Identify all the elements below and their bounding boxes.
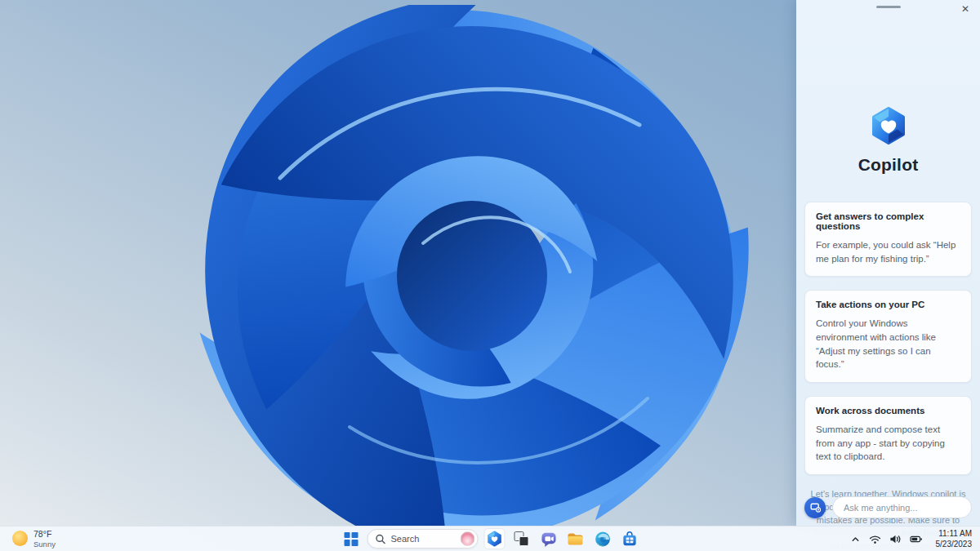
close-icon[interactable]: ✕	[957, 2, 973, 16]
windows-logo-icon	[344, 532, 358, 546]
edge-icon	[594, 531, 611, 548]
wifi-icon	[869, 534, 881, 544]
chevron-up-icon	[850, 534, 861, 544]
panel-drag-handle[interactable]	[876, 6, 901, 8]
taskbar-edge-button[interactable]	[592, 528, 613, 549]
weather-temperature: 78°F	[33, 529, 56, 540]
taskbar-copilot-button[interactable]	[484, 528, 506, 549]
bloom-wallpaper-graphic	[121, 5, 807, 526]
speaker-icon	[889, 534, 902, 544]
copilot-panel: ✕ Copilot Get answers to complex questio…	[796, 0, 980, 526]
file-explorer-icon	[567, 530, 585, 548]
search-label: Search	[391, 534, 461, 544]
card-title: Work across documents	[816, 406, 960, 415]
bing-daily-image-icon	[461, 531, 475, 546]
start-button[interactable]	[341, 528, 362, 549]
card-take-actions[interactable]: Take actions on your PC Control your Win…	[804, 290, 972, 383]
panel-title: Copilot	[796, 155, 980, 175]
clock-time: 11:11 AM	[936, 528, 973, 539]
card-body: Control your Windows environment with ac…	[816, 317, 960, 371]
card-body: Summarize and compose text from any app …	[816, 423, 960, 464]
search-box[interactable]: Search	[368, 529, 479, 549]
card-body: For example, you could ask “Help me plan…	[816, 238, 960, 265]
screen-context-button[interactable]	[804, 497, 826, 518]
weather-widget[interactable]: 78°F Sunny	[7, 527, 60, 550]
copilot-logo-icon	[869, 106, 908, 145]
weather-condition: Sunny	[33, 540, 56, 549]
taskbar-store-button[interactable]	[619, 528, 640, 549]
ask-me-anything-input[interactable]	[832, 496, 972, 518]
search-icon	[376, 534, 386, 544]
volume-indicator[interactable]	[887, 531, 904, 547]
microsoft-store-icon	[621, 531, 638, 548]
copilot-icon	[487, 531, 503, 547]
chat-icon	[540, 531, 557, 548]
card-title: Take actions on your PC	[816, 300, 960, 309]
taskbar: 78°F Sunny Search	[0, 526, 980, 551]
clock-date-value: 5/23/2023	[936, 539, 973, 549]
wifi-indicator[interactable]	[866, 531, 884, 547]
system-tray: 11:11 AM 5/23/2023	[848, 527, 976, 550]
screen-context-icon	[810, 502, 821, 513]
card-complex-questions[interactable]: Get answers to complex questions For exa…	[804, 202, 972, 277]
card-work-across-documents[interactable]: Work across documents Summarize and comp…	[804, 396, 972, 475]
card-title: Get answers to complex questions	[816, 211, 960, 231]
chat-input-row	[804, 496, 972, 518]
suggestion-cards: Get answers to complex questions For exa…	[796, 202, 980, 475]
sunny-weather-icon	[12, 531, 28, 546]
taskbar-task-view-button[interactable]	[511, 528, 532, 549]
task-view-icon	[514, 531, 529, 546]
taskbar-chat-button[interactable]	[538, 528, 559, 549]
tray-overflow-button[interactable]	[848, 531, 863, 547]
battery-icon	[910, 534, 923, 544]
taskbar-file-explorer-button[interactable]	[565, 528, 586, 549]
clock-date[interactable]: 11:11 AM 5/23/2023	[933, 527, 976, 550]
battery-indicator[interactable]	[907, 531, 925, 547]
